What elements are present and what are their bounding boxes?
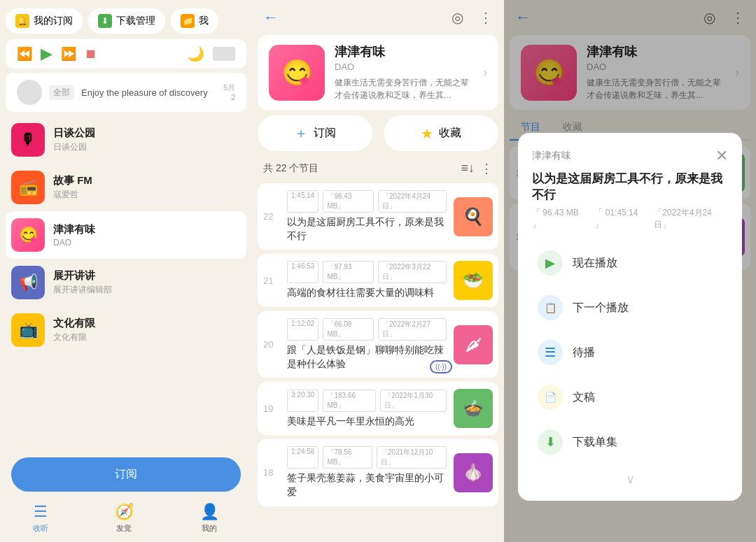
podcast-info-zhankai: 展开讲讲 展开讲讲编辑部 — [53, 269, 241, 296]
ep-thumb-21: 🥗 — [454, 261, 493, 300]
modal-bottom-indicator: ∨ — [532, 471, 728, 487]
middle-more-icon[interactable]: ⋮ — [479, 9, 493, 26]
podcast-sub-zhankai: 展开讲讲编辑部 — [53, 284, 241, 296]
me-icon: 👤 — [200, 503, 219, 521]
ep-title-19: 美味是平凡一年里永恒的高光 — [287, 415, 447, 429]
ep-num-22: 22 — [263, 211, 280, 222]
modal-action-play-now[interactable]: ▶ 现在播放 — [532, 242, 728, 284]
discovery-text: Enjoy the pleasure of discovery — [81, 87, 216, 98]
playback-controls: ⏪ ▶ ⏩ ⏹ 🌙 — [6, 39, 246, 69]
play-now-icon: ▶ — [538, 250, 563, 276]
filter-icon[interactable]: ⋮ — [480, 161, 493, 176]
ep-info-20: 1:12:02 「66.08 MB」 「2022年2月27日」 跟「人是铁饭是钢… — [287, 318, 447, 371]
tab-more[interactable]: 📁 我 — [171, 8, 218, 34]
podcast-info-jinjin: 津津有味 DAO — [53, 223, 241, 248]
podcast-item-jinjin[interactable]: 😋 津津有味 DAO — [6, 211, 246, 259]
modal-episode-title: 以为是这届厨房工具不行，原来是我不行 — [532, 171, 728, 203]
transcript-icon: 📄 — [538, 385, 563, 410]
nav-item-discover[interactable]: 🧭 发觉 — [115, 503, 134, 534]
fastforward-button[interactable]: ⏩ — [61, 46, 76, 62]
podcast-info-wenhua: 文化有限 文化有限 — [53, 317, 241, 343]
speed-button[interactable] — [213, 47, 235, 61]
subscribe-icon: ＋ — [294, 124, 308, 143]
ep-num-19: 19 — [263, 404, 280, 414]
nav-item-me[interactable]: 👤 我的 — [200, 503, 219, 534]
subscribe-action-button[interactable]: ＋ 订阅 — [258, 115, 372, 151]
sort-icon[interactable]: ≡↓ — [461, 161, 475, 176]
tab-downloads[interactable]: ⬇ 下载管理 — [88, 8, 165, 34]
nav-item-listen[interactable]: ☰ 收听 — [33, 503, 48, 534]
tab-icon-more: 📁 — [181, 14, 195, 28]
modal-action-transcript[interactable]: 📄 文稿 — [532, 376, 728, 418]
podcast-sub-wenhua: 文化有限 — [53, 331, 241, 343]
modal-action-download[interactable]: ⬇ 下载单集 — [532, 421, 728, 463]
stop-button[interactable]: ⏹ — [85, 47, 97, 62]
ep-meta-20: 1:12:02 「66.08 MB」 「2022年2月27日」 — [287, 318, 447, 341]
episode-controls: ≡↓ ⋮ — [461, 161, 493, 176]
podcast-item-wenhua[interactable]: 📺 文化有限 文化有限 — [6, 306, 246, 354]
modal-action-label-play-next: 下一个播放 — [573, 301, 629, 315]
middle-header: ← ◎ ⋮ — [252, 0, 504, 35]
collect-action-button[interactable]: ★ 收藏 — [384, 115, 498, 151]
collect-label: 收藏 — [439, 126, 461, 141]
podcast-name-ritangongyu: 日谈公园 — [53, 127, 241, 140]
middle-target-icon[interactable]: ◎ — [451, 9, 463, 26]
left-panel: 🔔 我的订阅 ⬇ 下载管理 📁 我 ⏪ ▶ ⏩ ⏹ 🌙 全部 Enjoy the… — [0, 0, 252, 542]
tab-label-downloads: 下载管理 — [116, 15, 155, 27]
modal-action-play-next[interactable]: 📋 下一个播放 — [532, 287, 728, 329]
episode-item-21[interactable]: 21 1:46:53 「97.93 MB」 「2022年3月22日」 高端的食材… — [258, 254, 498, 307]
episode-item-22[interactable]: 22 1:45:14 「96.43 MB」 「2022年4月24日」 以为是这届… — [258, 183, 498, 250]
ep-thumb-19: 🍲 — [454, 389, 493, 428]
podcast-list: 🎙 日谈公园 日谈公园 📻 故事 FM 寇爱哲 😋 津津有味 DAO 📢 展开讲… — [0, 116, 252, 450]
tab-my-subscriptions[interactable]: 🔔 我的订阅 — [6, 8, 83, 34]
podcast-thumb-gushifm: 📻 — [11, 171, 45, 204]
modal-close-button[interactable]: ✕ — [715, 147, 728, 165]
listen-icon: ☰ — [34, 503, 48, 521]
discovery-avatar — [17, 80, 42, 105]
ep-thumb-18: 🧄 — [454, 453, 493, 492]
play-next-icon: 📋 — [538, 295, 563, 320]
nav-label-listen: 收听 — [33, 523, 48, 534]
ep-info-18: 1:24:58 「78.56 MB」 「2021年12月10日」 签子果壳葱姜蒜… — [287, 446, 447, 499]
rewind-button[interactable]: ⏪ — [17, 46, 32, 62]
episode-item-19[interactable]: 19 3:20:30 「183.66 MB」 「2022年1月30日」 美味是平… — [258, 382, 498, 435]
nav-label-me: 我的 — [202, 523, 217, 534]
left-tabs: 🔔 我的订阅 ⬇ 下载管理 📁 我 — [0, 0, 252, 39]
ep-thumb-20: 🌶 — [454, 325, 493, 364]
modal-action-label-transcript: 文稿 — [573, 390, 595, 405]
ep-meta-21: 1:46:53 「97.93 MB」 「2022年3月22日」 — [287, 261, 447, 283]
ep-info-22: 1:45:14 「96.43 MB」 「2022年4月24日」 以为是这届厨房工… — [287, 190, 447, 243]
middle-back-button[interactable]: ← — [263, 8, 279, 27]
modal-action-label-play-now: 现在播放 — [573, 256, 617, 271]
subscribe-main-button[interactable]: 订阅 — [11, 457, 241, 492]
episode-count: 共 22 个节目 — [263, 162, 318, 175]
modal-overlay: 津津有味 ✕ 以为是这届厨房工具不行，原来是我不行 「 96.43 MB 」 「… — [504, 0, 756, 542]
ep-thumb-22: 🍳 — [454, 197, 493, 236]
podcast-name-wenhua: 文化有限 — [53, 317, 241, 330]
play-button[interactable]: ▶ — [41, 45, 52, 63]
podcast-item-ritangongyu[interactable]: 🎙 日谈公园 日谈公园 — [6, 116, 246, 164]
episode-item-18[interactable]: 18 1:24:58 「78.56 MB」 「2021年12月10日」 签子果壳… — [258, 439, 498, 506]
discovery-tag: 全部 — [49, 85, 74, 100]
queue-icon: ☰ — [538, 340, 563, 365]
podcast-name-zhankai: 展开讲讲 — [53, 269, 241, 283]
modal-action-label-download: 下载单集 — [573, 435, 617, 450]
discovery-row: 全部 Enjoy the pleasure of discovery 5月 2 — [6, 73, 246, 112]
ep-meta-18: 1:24:58 「78.56 MB」 「2021年12月10日」 — [287, 446, 447, 469]
podcast-info-gushifm: 故事 FM 寇爱哲 — [53, 174, 241, 201]
modal-action-label-queue: 待播 — [573, 345, 595, 360]
hero-thumb: 😋 — [269, 45, 325, 101]
podcast-item-zhankai[interactable]: 📢 展开讲讲 展开讲讲编辑部 — [6, 259, 246, 306]
podcast-thumb-zhankai: 📢 — [11, 266, 45, 299]
download-icon: ⬇ — [538, 429, 563, 455]
discovery-date: 5月 2 — [223, 83, 235, 103]
episode-item-20[interactable]: 20 1:12:02 「66.08 MB」 「2022年2月27日」 跟「人是铁… — [258, 311, 498, 378]
discover-icon: 🧭 — [115, 503, 134, 521]
podcast-thumb-jinjin: 😋 — [11, 218, 45, 252]
podcast-name-jinjin: 津津有味 — [53, 223, 241, 236]
podcast-item-gushifm[interactable]: 📻 故事 FM 寇爱哲 — [6, 164, 246, 211]
modal-action-queue[interactable]: ☰ 待播 — [532, 331, 728, 373]
moon-icon[interactable]: 🌙 — [187, 45, 204, 62]
episode-list: 22 1:45:14 「96.43 MB」 「2022年4月24日」 以为是这届… — [252, 183, 504, 542]
ep-info-19: 3:20:30 「183.66 MB」 「2022年1月30日」 美味是平凡一年… — [287, 390, 447, 429]
